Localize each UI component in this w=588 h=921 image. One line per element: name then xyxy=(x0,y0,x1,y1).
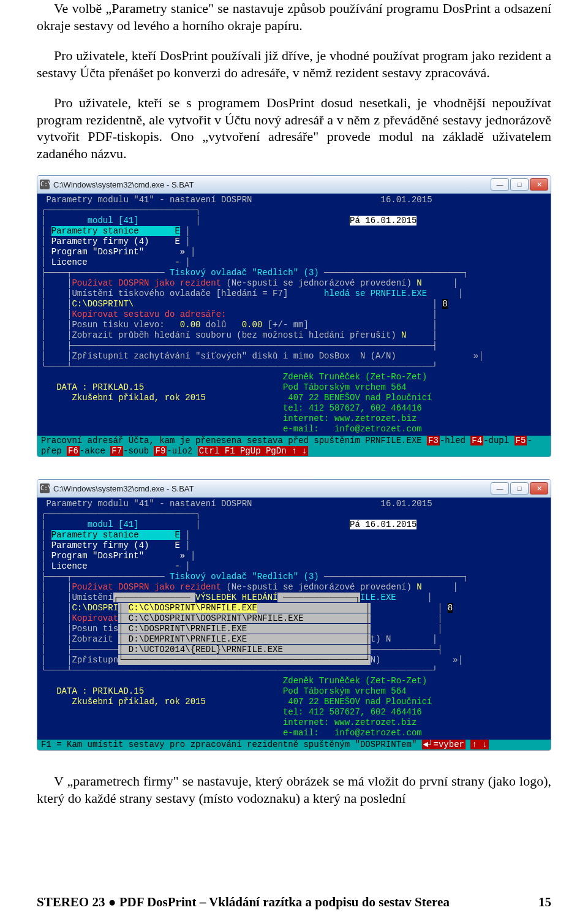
paragraph: Pro uživatele, kteří se s programem DosP… xyxy=(37,94,551,162)
fkey-f4[interactable]: F4 xyxy=(470,436,483,445)
close-button[interactable]: ✕ xyxy=(530,178,548,191)
terminal[interactable]: Parametry modulu "41" - nastavení DOSPRN… xyxy=(37,498,551,740)
fkey-f3[interactable]: F3 xyxy=(427,436,440,445)
line-path: C:\DOSPRINT\ xyxy=(72,299,134,309)
fkey-f7[interactable]: F7 xyxy=(110,446,123,456)
status-bar: Pracovní adresář Účta, kam je přenesena … xyxy=(37,436,551,457)
result-item[interactable]: D:\DEMPRINT\PRNFILE.EXE xyxy=(129,634,247,644)
window-titlebar[interactable]: C:\Windows\system32\cmd.exe - S.BAT — □ … xyxy=(37,176,551,194)
window-titlebar[interactable]: C:\Windows\system32\cmd.exe - S.BAT — □ … xyxy=(37,480,551,498)
result-item[interactable]: C:\C\DOSPRINT\DOSPRINT\PRNFILE.EXE xyxy=(129,613,304,623)
status-bar: F1 = Kam umístit sestavy pro zpracování … xyxy=(37,740,551,750)
screenshot-1: C:\Windows\system32\cmd.exe - S.BAT — □ … xyxy=(37,175,551,457)
page-footer: STEREO 23 ● PDF DosPrint – Vkládání razí… xyxy=(37,895,551,910)
result-item[interactable]: D:\UCTO2014\{REDL}\PRNFILE.EXE xyxy=(129,645,283,654)
footer-left: STEREO 23 ● PDF DosPrint – Vkládání razí… xyxy=(37,895,450,910)
cmd-icon xyxy=(40,180,50,189)
window-title: C:\Windows\system32\cmd.exe - S.BAT xyxy=(53,484,491,493)
menu-item-program-dosprint[interactable]: Program "DosPrint" » xyxy=(51,247,185,257)
cmd-icon xyxy=(40,483,50,493)
minimize-button[interactable]: — xyxy=(491,178,509,191)
page-number: 15 xyxy=(538,895,551,910)
paragraph: Ve volbě „Parametry stanice" se nastavuj… xyxy=(37,0,551,34)
line-pouzivat-dosprn: Používat DOSPRN jako rezident xyxy=(72,278,221,288)
window-title: C:\Windows\system32\cmd.exe - S.BAT xyxy=(53,180,491,189)
result-item[interactable]: C:\C\DOSPRINT\PRNFILE.EXE xyxy=(129,603,257,613)
fkey-f9[interactable]: F9 xyxy=(154,446,167,456)
menu-item-parametry-firmy[interactable]: Parametry firmy (4) E xyxy=(51,237,180,246)
maximize-button[interactable]: □ xyxy=(510,482,529,495)
terminal[interactable]: Parametry modulu "41" - nastavení DOSPRN… xyxy=(37,194,551,436)
fkey-f5[interactable]: F5 xyxy=(514,436,527,445)
menu-item-licence[interactable]: Licence - xyxy=(51,257,180,267)
paragraph: Pro uživatele, kteří DosPrint používali … xyxy=(37,47,551,81)
screenshot-2: C:\Windows\system32\cmd.exe - S.BAT — □ … xyxy=(37,479,551,751)
minimize-button[interactable]: — xyxy=(491,482,509,495)
menu-item-parametry-stanice[interactable]: Parametry stanice E xyxy=(51,226,180,236)
maximize-button[interactable]: □ xyxy=(510,178,529,191)
result-item[interactable]: C:\DOSPRINT\PRNFILE.EXE xyxy=(129,624,247,634)
close-button[interactable]: ✕ xyxy=(530,482,548,495)
fkey-f6[interactable]: F6 xyxy=(67,446,80,456)
paragraph: V „parametrech firmy" se nastavuje, kter… xyxy=(37,773,551,806)
